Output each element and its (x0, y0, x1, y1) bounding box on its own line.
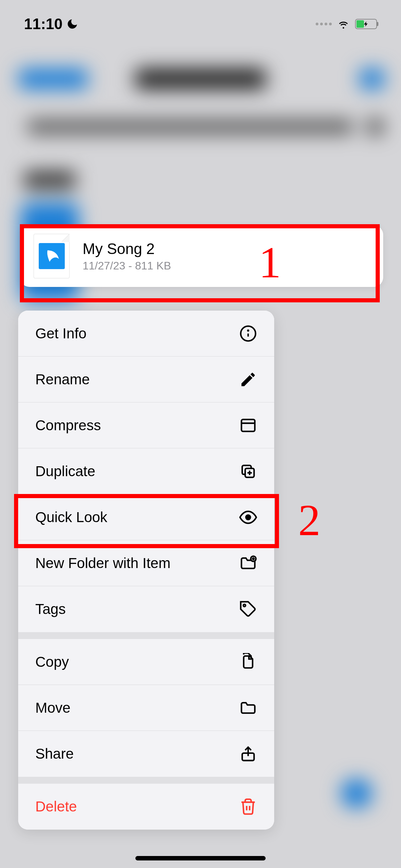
share-icon (239, 745, 257, 763)
menu-label: Get Info (35, 325, 86, 342)
status-time: 11:10 (24, 15, 63, 33)
annotation-number-1: 1 (259, 237, 281, 288)
menu-separator (18, 632, 274, 639)
duplicate-icon (239, 462, 257, 480)
menu-label: New Folder with Item (35, 555, 170, 571)
context-menu: Get Info Rename Compress (18, 311, 274, 830)
menu-item-copy[interactable]: Copy (18, 639, 274, 685)
pencil-icon (239, 371, 257, 388)
menu-item-duplicate[interactable]: Duplicate (18, 448, 274, 494)
menu-item-tags[interactable]: Tags (18, 586, 274, 632)
wifi-icon (337, 18, 350, 30)
info-icon (239, 325, 257, 342)
menu-item-quick-look[interactable]: Quick Look (18, 494, 274, 540)
app-wing-icon (39, 243, 65, 269)
menu-label: Tags (35, 601, 66, 617)
menu-item-delete[interactable]: Delete (18, 784, 274, 830)
svg-rect-3 (242, 419, 255, 431)
file-metadata: 11/27/23 - 811 KB (83, 260, 171, 272)
battery-icon (355, 19, 377, 29)
home-indicator (135, 856, 266, 860)
folder-plus-icon (239, 554, 257, 572)
menu-label: Quick Look (35, 509, 107, 526)
file-thumbnail (34, 234, 70, 278)
menu-item-rename[interactable]: Rename (18, 357, 274, 402)
file-name: My Song 2 (83, 240, 171, 257)
copy-icon (239, 653, 257, 671)
menu-label: Delete (35, 798, 77, 815)
svg-point-8 (246, 515, 251, 519)
menu-item-move[interactable]: Move (18, 685, 274, 731)
menu-label: Move (35, 700, 71, 716)
trash-icon (239, 798, 257, 816)
menu-separator (18, 777, 274, 784)
archive-icon (239, 417, 257, 434)
tag-icon (239, 600, 257, 618)
cellular-signal-icon (316, 23, 332, 25)
annotation-number-2: 2 (298, 494, 320, 546)
svg-point-2 (248, 330, 248, 331)
eye-icon (239, 508, 257, 526)
menu-item-compress[interactable]: Compress (18, 402, 274, 448)
menu-label: Share (35, 746, 74, 762)
menu-label: Duplicate (35, 463, 95, 480)
svg-point-12 (243, 604, 246, 607)
status-bar: 11:10 (0, 0, 401, 41)
folder-icon (239, 699, 257, 717)
menu-label: Rename (35, 371, 90, 388)
selected-file-card[interactable]: My Song 2 11/27/23 - 811 KB (20, 225, 383, 287)
menu-label: Copy (35, 654, 69, 670)
menu-item-share[interactable]: Share (18, 731, 274, 777)
do-not-disturb-icon (66, 18, 78, 30)
menu-label: Compress (35, 417, 101, 434)
menu-item-get-info[interactable]: Get Info (18, 311, 274, 357)
menu-item-new-folder[interactable]: New Folder with Item (18, 540, 274, 586)
